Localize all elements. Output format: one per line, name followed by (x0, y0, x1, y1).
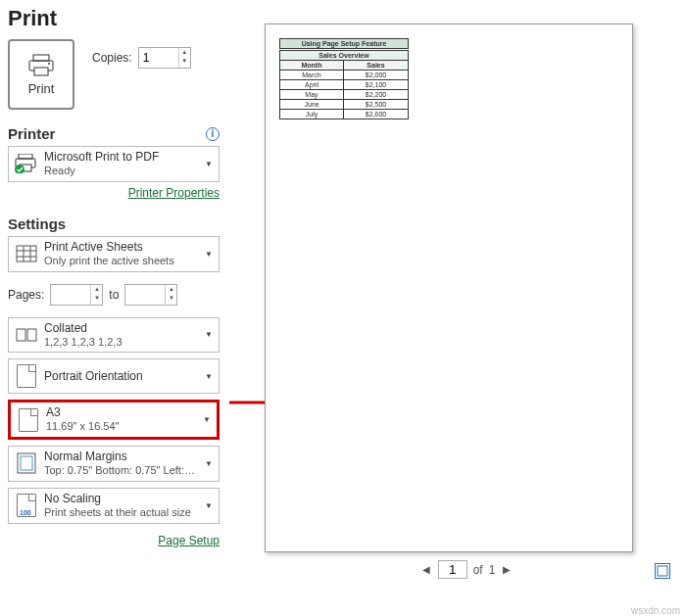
scope-main: Print Active Sheets (44, 240, 201, 255)
copies-label: Copies: (92, 51, 132, 65)
spinner-arrows[interactable]: ▲▼ (90, 285, 102, 305)
info-icon[interactable]: i (206, 127, 220, 141)
settings-heading: Settings (8, 215, 66, 232)
pages-to-spinner[interactable]: ▲▼ (124, 284, 177, 306)
chevron-down-icon: ▼ (203, 415, 211, 424)
collate-sub: 1,2,3 1,2,3 1,2,3 (44, 336, 201, 350)
copies-spinner[interactable]: ▲▼ (138, 47, 191, 69)
svg-point-3 (48, 63, 50, 65)
preview-table: Using Page Setup Feature Sales Overview … (279, 38, 409, 119)
copies-input[interactable] (139, 49, 178, 67)
pager-total: 1 (489, 563, 496, 577)
chevron-down-icon: ▼ (205, 250, 213, 259)
collate-select[interactable]: Collated 1,2,3 1,2,3 1,2,3 ▼ (8, 317, 220, 354)
scaling-select[interactable]: 100 No Scaling Print sheets at their act… (8, 488, 220, 524)
scaling-icon: 100 (15, 494, 38, 517)
next-page-button[interactable]: ▶ (501, 562, 513, 577)
orientation-main: Portrait Orientation (44, 369, 201, 384)
sheets-icon (15, 242, 38, 265)
paper-main: A3 (46, 405, 199, 420)
printer-icon (27, 54, 55, 77)
page-icon (17, 408, 40, 432)
svg-rect-13 (17, 329, 25, 341)
pages-to-label: to (109, 288, 119, 302)
margins-main: Normal Margins (44, 450, 201, 464)
chevron-down-icon: ▼ (205, 160, 213, 168)
pages-from-spinner[interactable]: ▲▼ (50, 284, 103, 306)
margins-select[interactable]: Normal Margins Top: 0.75" Bottom: 0.75" … (8, 446, 220, 482)
paper-sub: 11.69" x 16.54" (46, 420, 199, 434)
printer-status: Ready (44, 165, 201, 178)
paper-size-select[interactable]: A3 11.69" x 16.54" ▼ (8, 400, 220, 440)
print-button-label: Print (28, 81, 55, 96)
chevron-down-icon: ▼ (205, 501, 213, 510)
orientation-select[interactable]: Portrait Orientation ▼ (8, 358, 220, 394)
spinner-arrows[interactable]: ▲▼ (165, 285, 176, 305)
svg-rect-16 (21, 456, 32, 470)
print-scope-select[interactable]: Print Active Sheets Only print the activ… (8, 236, 220, 272)
page-title: Print (8, 6, 220, 31)
printer-properties-link[interactable]: Printer Properties (8, 186, 220, 200)
printer-name: Microsoft Print to PDF (44, 150, 201, 165)
printer-select[interactable]: Microsoft Print to PDF Ready ▼ (8, 146, 220, 182)
collate-main: Collated (44, 321, 201, 336)
spinner-arrows[interactable]: ▲▼ (178, 48, 190, 68)
scaling-main: No Scaling (44, 492, 201, 506)
prev-page-button[interactable]: ◀ (420, 562, 432, 577)
pages-from-input[interactable] (51, 286, 90, 304)
pages-label: Pages: (8, 288, 44, 302)
page-setup-link[interactable]: Page Setup (8, 534, 220, 547)
svg-rect-14 (27, 329, 36, 341)
chevron-down-icon: ▼ (205, 459, 213, 468)
svg-rect-8 (17, 246, 36, 261)
printer-heading: Printer (8, 125, 55, 142)
portrait-icon (15, 364, 38, 388)
watermark: wsxdn.com (631, 605, 680, 616)
pager-of-label: of (473, 563, 483, 577)
svg-rect-2 (34, 68, 48, 75)
margins-sub: Top: 0.75" Bottom: 0.75" Left:… (44, 464, 201, 478)
chevron-down-icon: ▼ (205, 330, 213, 339)
scaling-sub: Print sheets at their actual size (44, 506, 201, 520)
svg-rect-19 (658, 566, 667, 576)
print-preview-page: Using Page Setup Feature Sales Overview … (265, 24, 633, 552)
scope-sub: Only print the active sheets (44, 255, 201, 268)
chevron-down-icon: ▼ (205, 372, 213, 381)
svg-rect-0 (33, 55, 49, 61)
zoom-to-page-button[interactable] (655, 563, 670, 579)
page-number-input[interactable] (438, 560, 467, 579)
print-button[interactable]: Print (8, 39, 74, 110)
pages-to-input[interactable] (125, 286, 165, 304)
svg-rect-4 (19, 154, 32, 159)
collate-icon (15, 323, 38, 347)
printer-ready-icon (15, 152, 38, 175)
margins-icon (15, 451, 38, 475)
